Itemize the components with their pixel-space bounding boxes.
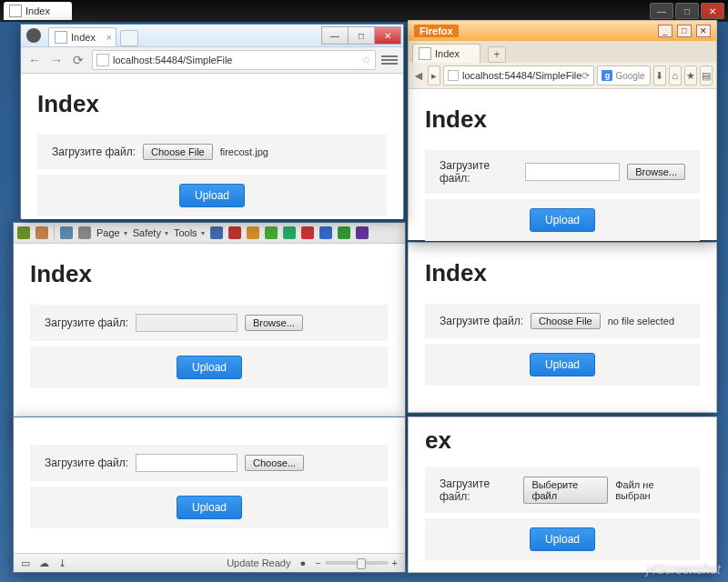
page-icon <box>9 5 22 17</box>
firefox-tab[interactable]: Index <box>412 44 480 63</box>
addon-icon-3[interactable] <box>265 226 278 239</box>
bookmarks-icon[interactable]: ★ <box>684 65 697 85</box>
upload-button[interactable]: Upload <box>179 184 245 207</box>
file-row: Загрузите файл: Choose... <box>30 445 389 481</box>
minimize-button[interactable]: — <box>650 3 673 19</box>
ie-menu-tools[interactable]: Tools <box>174 227 205 238</box>
address-bar[interactable]: localhost:54484/SimpleFile ⟳ <box>443 65 594 85</box>
submit-row: Upload <box>425 344 700 386</box>
forward-button[interactable]: ▸ <box>428 65 440 85</box>
status-icon-2[interactable]: ☁ <box>39 557 49 569</box>
maximize-button[interactable]: □ <box>348 26 375 45</box>
addon-icon-8[interactable] <box>356 226 369 239</box>
os-tab-index[interactable]: Index <box>4 2 72 20</box>
menu-button[interactable] <box>381 52 398 68</box>
zoom-out-icon[interactable]: − <box>315 557 320 568</box>
file-path-input[interactable] <box>525 163 620 181</box>
address-bar[interactable]: localhost:54484/SimpleFile ☆ <box>92 50 376 70</box>
firefox-window-controls: _ □ ✕ <box>656 25 711 37</box>
maximize-button[interactable]: □ <box>675 3 699 19</box>
upload-button[interactable]: Upload <box>177 496 242 519</box>
upload-button[interactable]: Upload <box>530 527 595 551</box>
upload-button[interactable]: Upload <box>177 356 242 379</box>
chrome-titlebar: Index × — □ ✕ <box>21 25 403 47</box>
close-tab-icon[interactable]: × <box>106 32 111 43</box>
submit-row: Upload <box>425 199 700 241</box>
choose-button[interactable]: Choose... <box>245 455 304 471</box>
file-path-input[interactable] <box>136 454 238 472</box>
help-icon[interactable] <box>210 226 223 239</box>
safari-window: Index Загрузите файл: Choose File no fil… <box>408 242 717 413</box>
file-row: Загрузите файл: Выберите файл Файл не вы… <box>425 467 700 513</box>
search-box[interactable]: g Google <box>597 65 650 85</box>
zoom-in-icon[interactable]: + <box>392 557 398 568</box>
minimize-button[interactable]: — <box>321 26 349 45</box>
watermark: j4Screenshot <box>646 562 721 577</box>
minimize-button[interactable]: _ <box>658 25 672 37</box>
back-button[interactable]: ◄ <box>412 67 425 84</box>
reload-icon[interactable]: ⟳ <box>581 70 590 82</box>
submit-row: Upload <box>30 346 389 388</box>
addon-icon-2[interactable] <box>247 226 259 239</box>
firefox-window: Firefox _ □ ✕ Index + ◄ ▸ localhost:5448… <box>408 20 717 240</box>
submit-row: Upload <box>30 487 389 528</box>
upload-label: Загрузите файл: <box>440 315 523 327</box>
addon-icon-1[interactable] <box>228 226 241 239</box>
chrome-tab[interactable]: Index × <box>48 27 116 46</box>
upload-button[interactable]: Upload <box>530 208 595 232</box>
upload-label: Загрузите файл: <box>440 159 518 185</box>
ie-menu-safety[interactable]: Safety <box>133 227 168 238</box>
status-bar: ▭ ☁ ⤓ Update Ready ● − + <box>14 553 405 572</box>
page-title: Index <box>30 260 389 288</box>
new-tab-button[interactable] <box>120 30 138 46</box>
mail-icon[interactable] <box>60 226 73 239</box>
feeds-icon[interactable] <box>35 226 48 239</box>
browse-button[interactable]: Browse... <box>627 164 685 180</box>
close-button[interactable]: ✕ <box>374 26 401 45</box>
close-button[interactable]: ✕ <box>696 25 711 37</box>
zoom-slider[interactable]: − + <box>315 557 398 568</box>
sidebar-icon[interactable]: ▤ <box>700 65 713 85</box>
close-button[interactable]: ✕ <box>701 3 724 19</box>
page-title: Index <box>425 259 700 287</box>
file-hint: Файл не выбран <box>615 479 685 501</box>
print-icon[interactable] <box>78 226 91 239</box>
choose-file-button[interactable]: Выберите файл <box>523 477 608 504</box>
status-icon-3[interactable]: ⤓ <box>58 557 66 569</box>
back-button[interactable]: ← <box>26 52 43 68</box>
page-icon <box>55 31 67 44</box>
file-hint: no file selected <box>608 316 674 326</box>
choose-file-button[interactable]: Choose File <box>143 144 213 160</box>
page-title: ex <box>425 426 700 455</box>
chrome-window-controls: — □ ✕ <box>322 26 401 45</box>
page-title: Index <box>37 90 387 118</box>
addon-icon-7[interactable] <box>338 226 350 239</box>
opera-window: Загрузите файл: Choose... Upload ▭ ☁ ⤓ U… <box>13 416 406 573</box>
addon-icon-4[interactable] <box>283 226 296 239</box>
addon-icon-5[interactable] <box>301 226 314 239</box>
choose-file-button[interactable]: Choose File <box>531 313 601 329</box>
file-row: Загрузите файл: Choose File firecost.jpg <box>37 135 387 169</box>
downloads-icon[interactable]: ⬇ <box>653 65 666 85</box>
reload-button[interactable]: ⟳ <box>70 52 86 68</box>
url-text: localhost:54484/SimpleFile <box>113 55 232 65</box>
new-tab-button[interactable]: + <box>488 46 506 63</box>
firefox-titlebar: Firefox _ □ ✕ <box>409 21 716 41</box>
file-path-input[interactable] <box>136 314 238 332</box>
home-icon[interactable]: ⌂ <box>669 65 682 85</box>
bookmark-star-icon[interactable]: ☆ <box>361 54 371 66</box>
ie-menu-page[interactable]: Page <box>96 227 127 238</box>
status-icon-1[interactable]: ▭ <box>21 557 30 569</box>
addon-icon-6[interactable] <box>319 226 332 239</box>
upload-button[interactable]: Upload <box>530 353 595 376</box>
os-window-controls: — □ ✕ <box>650 3 724 19</box>
url-text: localhost:54484/SimpleFile <box>462 70 581 81</box>
status-text: Update Ready <box>227 557 290 568</box>
maximize-button[interactable]: □ <box>677 25 692 37</box>
upload-label: Загрузите файл: <box>440 477 516 503</box>
forward-button[interactable]: → <box>48 52 65 68</box>
browse-button[interactable]: Browse... <box>245 315 303 331</box>
home-icon[interactable] <box>17 226 30 239</box>
firefox-tabstrip: Index + <box>409 41 716 63</box>
chrome-toolbar: ← → ⟳ localhost:54484/SimpleFile ☆ <box>21 47 403 74</box>
